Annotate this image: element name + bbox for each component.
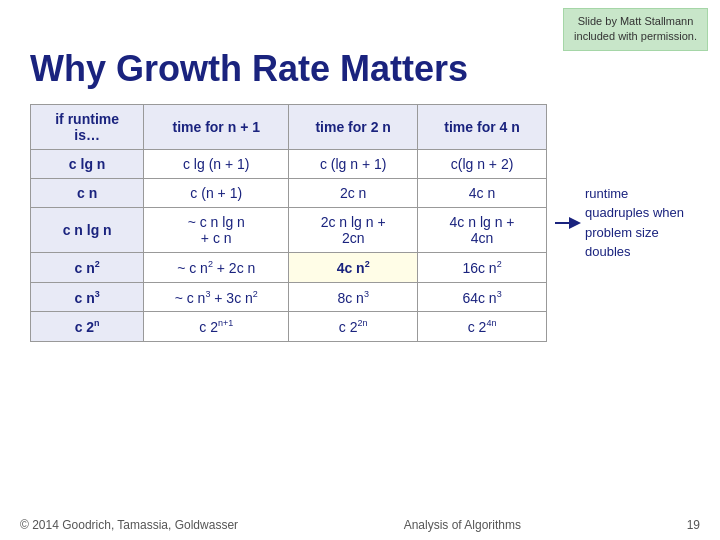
row3-col2: 4c n2 <box>289 253 418 283</box>
growth-table: if runtimeis… time for n + 1 time for 2 … <box>30 104 547 342</box>
credit-badge: Slide by Matt Stallmann included with pe… <box>563 8 708 51</box>
row2-col3: 4c n lg n +4cn <box>418 208 547 253</box>
row1-col3: 4c n <box>418 179 547 208</box>
row3-col0: c n2 <box>31 253 144 283</box>
sidenote-area: runtime quadruples when problem size dou… <box>553 184 690 262</box>
table-row: c lg n c lg (n + 1) c (lg n + 1) c(lg n … <box>31 150 547 179</box>
row2-col1: ~ c n lg n+ c n <box>144 208 289 253</box>
row2-col2: 2c n lg n +2cn <box>289 208 418 253</box>
sidenote-text: runtime quadruples when problem size dou… <box>585 184 690 262</box>
table-row: c n2 ~ c n2 + 2c n 4c n2 16c n2 <box>31 253 547 283</box>
table-header-row: if runtimeis… time for n + 1 time for 2 … <box>31 105 547 150</box>
footer-center: Analysis of Algorithms <box>404 518 521 532</box>
table-row: c n3 ~ c n3 + 3c n2 8c n3 64c n3 <box>31 282 547 312</box>
footer-left: © 2014 Goodrich, Tamassia, Goldwasser <box>20 518 238 532</box>
row1-col2: 2c n <box>289 179 418 208</box>
row0-col0: c lg n <box>31 150 144 179</box>
row5-col1: c 2n+1 <box>144 312 289 342</box>
row2-col0: c n lg n <box>31 208 144 253</box>
table-row: c 2n c 2n+1 c 22n c 24n <box>31 312 547 342</box>
row4-col1: ~ c n3 + 3c n2 <box>144 282 289 312</box>
row0-col1: c lg (n + 1) <box>144 150 289 179</box>
row0-col3: c(lg n + 2) <box>418 150 547 179</box>
row1-col1: c (n + 1) <box>144 179 289 208</box>
row1-col0: c n <box>31 179 144 208</box>
row3-col3: 16c n2 <box>418 253 547 283</box>
row5-col0: c 2n <box>31 312 144 342</box>
row0-col2: c (lg n + 1) <box>289 150 418 179</box>
footer: © 2014 Goodrich, Tamassia, Goldwasser An… <box>0 518 720 532</box>
credit-line2: included with permission. <box>574 30 697 42</box>
table-row: c n c (n + 1) 2c n 4c n <box>31 179 547 208</box>
footer-right: 19 <box>687 518 700 532</box>
header-col2: time for 2 n <box>289 105 418 150</box>
row5-col2: c 22n <box>289 312 418 342</box>
table-row: c n lg n ~ c n lg n+ c n 2c n lg n +2cn … <box>31 208 547 253</box>
row5-col3: c 24n <box>418 312 547 342</box>
table-wrapper: if runtimeis… time for n + 1 time for 2 … <box>0 100 720 342</box>
row4-col0: c n3 <box>31 282 144 312</box>
arrow-icon <box>553 214 581 232</box>
credit-line1: Slide by Matt Stallmann <box>578 15 694 27</box>
row4-col3: 64c n3 <box>418 282 547 312</box>
row4-col2: 8c n3 <box>289 282 418 312</box>
header-col1: time for n + 1 <box>144 105 289 150</box>
table-area: if runtimeis… time for n + 1 time for 2 … <box>30 104 690 342</box>
header-col3: time for 4 n <box>418 105 547 150</box>
header-col0: if runtimeis… <box>31 105 144 150</box>
row3-col1: ~ c n2 + 2c n <box>144 253 289 283</box>
